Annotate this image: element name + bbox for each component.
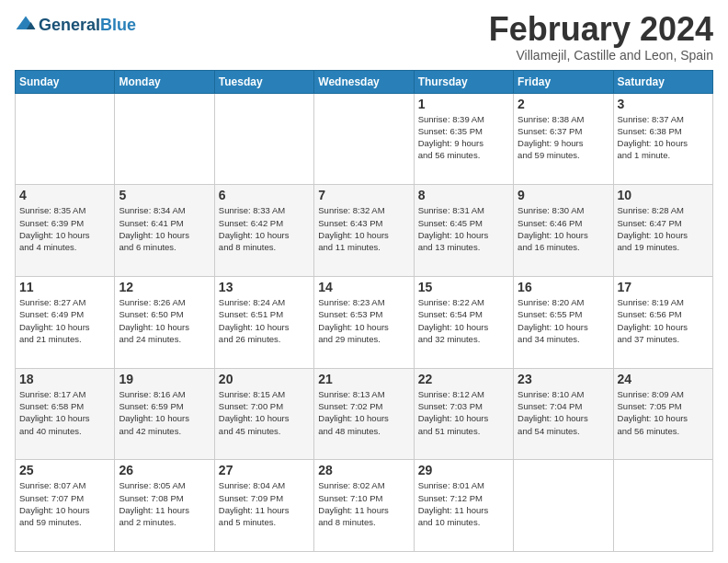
calendar-week-4: 18Sunrise: 8:17 AM Sunset: 6:58 PM Dayli… <box>16 368 713 460</box>
calendar-cell: 3Sunrise: 8:37 AM Sunset: 6:38 PM Daylig… <box>613 93 712 185</box>
weekday-header-monday: Monday <box>115 70 214 93</box>
calendar-cell <box>214 93 313 185</box>
calendar-cell: 14Sunrise: 8:23 AM Sunset: 6:53 PM Dayli… <box>314 276 414 368</box>
day-number: 14 <box>318 280 409 294</box>
day-number: 19 <box>119 372 210 386</box>
day-number: 3 <box>618 97 709 111</box>
day-number: 7 <box>318 188 409 202</box>
day-info: Sunrise: 8:38 AM Sunset: 6:37 PM Dayligh… <box>518 113 609 162</box>
weekday-header-tuesday: Tuesday <box>214 70 313 93</box>
day-number: 20 <box>219 372 310 386</box>
day-info: Sunrise: 8:13 AM Sunset: 7:02 PM Dayligh… <box>318 388 409 437</box>
day-number: 1 <box>418 97 509 111</box>
day-info: Sunrise: 8:15 AM Sunset: 7:00 PM Dayligh… <box>219 388 310 437</box>
day-info: Sunrise: 8:26 AM Sunset: 6:50 PM Dayligh… <box>119 296 210 345</box>
calendar-cell: 6Sunrise: 8:33 AM Sunset: 6:42 PM Daylig… <box>214 185 313 277</box>
calendar-cell: 18Sunrise: 8:17 AM Sunset: 6:58 PM Dayli… <box>16 368 115 460</box>
header: GeneralBlue February 2024 Villamejil, Ca… <box>15 11 713 63</box>
weekday-header-wednesday: Wednesday <box>314 70 414 93</box>
weekday-header-saturday: Saturday <box>613 70 712 93</box>
day-number: 16 <box>518 280 609 294</box>
day-number: 5 <box>119 188 210 202</box>
calendar-cell <box>115 93 214 185</box>
calendar-cell: 22Sunrise: 8:12 AM Sunset: 7:03 PM Dayli… <box>414 368 513 460</box>
calendar-cell: 1Sunrise: 8:39 AM Sunset: 6:35 PM Daylig… <box>414 93 513 185</box>
day-info: Sunrise: 8:01 AM Sunset: 7:12 PM Dayligh… <box>418 479 509 528</box>
day-info: Sunrise: 8:32 AM Sunset: 6:43 PM Dayligh… <box>318 204 409 253</box>
day-info: Sunrise: 8:27 AM Sunset: 6:49 PM Dayligh… <box>19 296 110 345</box>
day-number: 21 <box>318 372 409 386</box>
day-info: Sunrise: 8:39 AM Sunset: 6:35 PM Dayligh… <box>418 113 509 162</box>
calendar-cell: 11Sunrise: 8:27 AM Sunset: 6:49 PM Dayli… <box>16 276 115 368</box>
weekday-header-sunday: Sunday <box>16 70 115 93</box>
day-number: 24 <box>618 372 709 386</box>
calendar-cell: 5Sunrise: 8:34 AM Sunset: 6:41 PM Daylig… <box>115 185 214 277</box>
day-info: Sunrise: 8:22 AM Sunset: 6:54 PM Dayligh… <box>418 296 509 345</box>
day-info: Sunrise: 8:19 AM Sunset: 6:56 PM Dayligh… <box>618 296 709 345</box>
day-info: Sunrise: 8:23 AM Sunset: 6:53 PM Dayligh… <box>318 296 409 345</box>
calendar-cell: 2Sunrise: 8:38 AM Sunset: 6:37 PM Daylig… <box>514 93 613 185</box>
logo-icon <box>15 15 37 37</box>
calendar-cell: 7Sunrise: 8:32 AM Sunset: 6:43 PM Daylig… <box>314 185 414 277</box>
day-info: Sunrise: 8:20 AM Sunset: 6:55 PM Dayligh… <box>518 296 609 345</box>
day-number: 28 <box>318 463 409 477</box>
day-number: 26 <box>119 463 210 477</box>
calendar-cell: 17Sunrise: 8:19 AM Sunset: 6:56 PM Dayli… <box>613 276 712 368</box>
day-number: 25 <box>19 463 110 477</box>
logo-general: General <box>39 16 100 34</box>
calendar-cell: 20Sunrise: 8:15 AM Sunset: 7:00 PM Dayli… <box>214 368 313 460</box>
day-info: Sunrise: 8:12 AM Sunset: 7:03 PM Dayligh… <box>418 388 509 437</box>
day-info: Sunrise: 8:30 AM Sunset: 6:46 PM Dayligh… <box>518 204 609 253</box>
calendar-week-3: 11Sunrise: 8:27 AM Sunset: 6:49 PM Dayli… <box>16 276 713 368</box>
logo: GeneralBlue <box>15 15 136 37</box>
day-info: Sunrise: 8:24 AM Sunset: 6:51 PM Dayligh… <box>219 296 310 345</box>
day-number: 22 <box>418 372 509 386</box>
day-number: 11 <box>19 280 110 294</box>
day-number: 4 <box>19 188 110 202</box>
calendar-cell: 15Sunrise: 8:22 AM Sunset: 6:54 PM Dayli… <box>414 276 513 368</box>
day-number: 2 <box>518 97 609 111</box>
calendar-cell <box>514 460 613 552</box>
day-number: 12 <box>119 280 210 294</box>
day-info: Sunrise: 8:33 AM Sunset: 6:42 PM Dayligh… <box>219 204 310 253</box>
day-number: 23 <box>518 372 609 386</box>
calendar-cell: 12Sunrise: 8:26 AM Sunset: 6:50 PM Dayli… <box>115 276 214 368</box>
logo-line1: GeneralBlue <box>39 17 136 35</box>
day-number: 29 <box>418 463 509 477</box>
calendar-week-2: 4Sunrise: 8:35 AM Sunset: 6:39 PM Daylig… <box>16 185 713 277</box>
day-number: 9 <box>518 188 609 202</box>
page: GeneralBlue February 2024 Villamejil, Ca… <box>0 0 728 563</box>
day-number: 10 <box>618 188 709 202</box>
calendar-cell: 8Sunrise: 8:31 AM Sunset: 6:45 PM Daylig… <box>414 185 513 277</box>
day-info: Sunrise: 8:37 AM Sunset: 6:38 PM Dayligh… <box>618 113 709 162</box>
calendar-cell: 10Sunrise: 8:28 AM Sunset: 6:47 PM Dayli… <box>613 185 712 277</box>
calendar-cell <box>314 93 414 185</box>
calendar-week-1: 1Sunrise: 8:39 AM Sunset: 6:35 PM Daylig… <box>16 93 713 185</box>
weekday-header-friday: Friday <box>514 70 613 93</box>
day-number: 8 <box>418 188 509 202</box>
logo-blue-text: Blue <box>100 16 136 34</box>
calendar-cell: 13Sunrise: 8:24 AM Sunset: 6:51 PM Dayli… <box>214 276 313 368</box>
day-info: Sunrise: 8:09 AM Sunset: 7:05 PM Dayligh… <box>618 388 709 437</box>
calendar-cell: 21Sunrise: 8:13 AM Sunset: 7:02 PM Dayli… <box>314 368 414 460</box>
calendar-cell: 24Sunrise: 8:09 AM Sunset: 7:05 PM Dayli… <box>613 368 712 460</box>
day-number: 18 <box>19 372 110 386</box>
day-number: 27 <box>219 463 310 477</box>
day-number: 13 <box>219 280 310 294</box>
day-info: Sunrise: 8:16 AM Sunset: 6:59 PM Dayligh… <box>119 388 210 437</box>
month-title: February 2024 <box>489 11 713 48</box>
day-info: Sunrise: 8:34 AM Sunset: 6:41 PM Dayligh… <box>119 204 210 253</box>
day-number: 15 <box>418 280 509 294</box>
calendar-week-5: 25Sunrise: 8:07 AM Sunset: 7:07 PM Dayli… <box>16 460 713 552</box>
weekday-header-row: SundayMondayTuesdayWednesdayThursdayFrid… <box>16 70 713 93</box>
calendar-cell: 4Sunrise: 8:35 AM Sunset: 6:39 PM Daylig… <box>16 185 115 277</box>
calendar-cell: 19Sunrise: 8:16 AM Sunset: 6:59 PM Dayli… <box>115 368 214 460</box>
calendar-cell: 16Sunrise: 8:20 AM Sunset: 6:55 PM Dayli… <box>514 276 613 368</box>
calendar-cell <box>16 93 115 185</box>
calendar-cell <box>613 460 712 552</box>
day-info: Sunrise: 8:05 AM Sunset: 7:08 PM Dayligh… <box>119 479 210 528</box>
calendar-cell: 23Sunrise: 8:10 AM Sunset: 7:04 PM Dayli… <box>514 368 613 460</box>
location-subtitle: Villamejil, Castille and Leon, Spain <box>489 48 713 63</box>
day-info: Sunrise: 8:28 AM Sunset: 6:47 PM Dayligh… <box>618 204 709 253</box>
day-info: Sunrise: 8:02 AM Sunset: 7:10 PM Dayligh… <box>318 479 409 528</box>
